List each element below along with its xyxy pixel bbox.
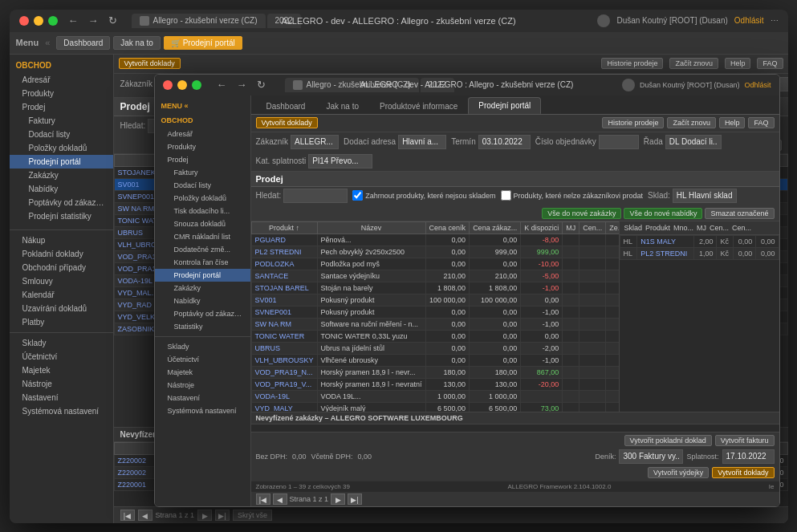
sw-sidebar-systemoveNastaveni[interactable]: Systémová nastavení [155, 404, 250, 417]
first-page-button[interactable]: |◀ [120, 510, 135, 521]
minimize-button[interactable] [34, 16, 43, 26]
jakNato-button[interactable]: Jak na to [113, 36, 161, 50]
sidebar-item-adresar[interactable]: Adresář [10, 73, 113, 87]
sw-prev-page-button[interactable]: ◀ [273, 493, 287, 505]
sw-tab-jakNato[interactable]: Jak na to [315, 98, 369, 114]
faq-button[interactable]: FAQ [757, 58, 783, 69]
sw-zakaznik-input[interactable] [291, 135, 339, 149]
sw-zahrnout-checkbox-label[interactable]: Zahrnout produkty, které nejsou skladem [352, 190, 495, 201]
sidebar-item-majetek[interactable]: Majetek [10, 363, 113, 377]
sidebar-item-prodejniStatistiky[interactable]: Prodejní statistiky [10, 209, 113, 223]
sidebar-item-uzaviraniDokladu[interactable]: Uzavírání dokladů [10, 302, 113, 315]
logout-button[interactable]: Odhlásit [734, 16, 764, 25]
sw-sidebar-ucetnictvi[interactable]: Účetnictví [155, 353, 250, 366]
sidebar-item-zakazky[interactable]: Zakázky [10, 169, 113, 182]
sw-sidebar-poptavky[interactable]: Poptávky od zákazník [155, 307, 250, 320]
sw-sklad-input[interactable] [673, 189, 737, 203]
sw-table-row[interactable]: VODA-19L [251, 390, 317, 402]
sw-sidebar-prodejniPortal[interactable]: Prodejní portál [155, 269, 250, 282]
sidebar-item-faktury[interactable]: Faktury [10, 114, 113, 128]
sw-table-row[interactable]: SW NA RM [251, 318, 317, 330]
sw-table-row[interactable]: VOD_PRA19_N... [251, 366, 317, 378]
sw-sidebar-item-produkty[interactable]: Produkty [155, 140, 250, 153]
sidebar-item-obchodniPripady[interactable]: Obchodní případy [10, 261, 113, 274]
sw-th-produkt[interactable]: Produkt ↑ [251, 221, 317, 234]
menu-toggle[interactable]: Menu [16, 38, 39, 47]
sw-tab-prodejniPortal[interactable]: Prodejní portál [468, 97, 541, 114]
history-prodeje-button[interactable]: Historie prodeje [601, 58, 663, 69]
sidebar-item-ucetnictvi[interactable]: Účetnictví [10, 350, 113, 363]
sw-sidebar-item-polozky[interactable]: Položky dokladů [155, 192, 250, 205]
sw-zacitZnovu-button[interactable]: Začít znovu [667, 117, 716, 128]
skryt-button[interactable]: Skrýt vše [233, 510, 272, 521]
sw-splatnost-input[interactable] [722, 449, 775, 464]
sw-faq-button[interactable]: FAQ [748, 117, 774, 128]
sw-sidebar-item-adresar[interactable]: Adresář [155, 128, 250, 140]
sw-back-button[interactable]: ← [214, 79, 230, 91]
sidebar-item-prodejniPortal[interactable]: Prodejní portál [10, 155, 113, 169]
sw-smazatOznacene-button[interactable]: Smazat označené [705, 208, 774, 219]
sw-close-button[interactable] [163, 80, 173, 90]
back-button[interactable]: ← [66, 14, 81, 26]
forward-button[interactable]: → [86, 14, 101, 26]
sidebar-item-produkty[interactable]: Produkty [10, 87, 113, 100]
sw-forward-button[interactable]: → [234, 79, 250, 91]
sw-reload-button[interactable]: ↻ [254, 79, 268, 91]
sw-sidebar-item-prodej[interactable]: Prodej [155, 153, 250, 166]
sw-sidebar-nabidky[interactable]: Nabídky [155, 294, 250, 307]
sw-termin-input[interactable] [478, 135, 531, 149]
sw-minimize-button[interactable] [177, 80, 187, 90]
sw-vytDoklady-button2[interactable]: Vytvořit doklady [712, 467, 774, 478]
sw-sidebar-kontrola[interactable]: Kontrola řan číse [155, 256, 250, 269]
vytvorit-doklady-button[interactable]: Vytvořit doklady [119, 58, 181, 69]
sidebar-item-dodaciListy[interactable]: Dodací listy [10, 128, 113, 141]
reload-button[interactable]: ↻ [106, 14, 120, 26]
sw-history-button[interactable]: Historie prodeje [602, 117, 664, 128]
prev-page-button[interactable]: ◀ [138, 510, 152, 521]
sidebar-item-smlouvy[interactable]: Smlouvy [10, 274, 113, 288]
sw-logout-button[interactable]: Odhlásit [744, 81, 771, 89]
last-page-button[interactable]: ▶| [215, 510, 230, 521]
sw-th-cen[interactable]: Cen... [579, 221, 606, 234]
sw-table-row[interactable]: VYD_MALY [251, 402, 317, 412]
sw-help-button[interactable]: Help [719, 117, 746, 128]
sw-vytvorit-button[interactable]: Vytvořit doklady [256, 117, 318, 128]
sw-table-row[interactable]: PGUARD [251, 234, 317, 246]
sw-dodaciAdresa-input[interactable] [398, 135, 446, 149]
close-button[interactable] [19, 16, 29, 26]
sw-zahrnout-checkbox[interactable] [352, 190, 363, 201]
sw-sidebar-tisk[interactable]: Tisk dodacího li... [155, 205, 250, 217]
next-page-button[interactable]: ▶ [197, 510, 212, 521]
dashboard-button[interactable]: Dashboard [56, 36, 110, 50]
sw-sidebar-header-menu[interactable]: Menu « [155, 99, 250, 113]
sw-table-row[interactable]: SANTACE [251, 270, 317, 282]
more-options-icon[interactable]: ⋯ [771, 16, 779, 25]
sw-th-nazev[interactable]: Název [317, 221, 425, 234]
sw-hledat-input[interactable] [283, 189, 348, 203]
sw-sidebar-sklady[interactable]: Sklady [155, 340, 250, 353]
sidebar-item-prodej[interactable]: Prodej [10, 100, 113, 114]
sidebar-header-obchod[interactable]: Obchod [10, 58, 113, 73]
sw-vytFakturu-button[interactable]: Vytvořit fakturu [715, 435, 775, 446]
maximize-button[interactable] [48, 16, 58, 26]
sw-th-mj[interactable]: MJ [563, 221, 579, 234]
sidebar-item-poptavky[interactable]: Poptávky od zákazník [10, 196, 113, 209]
sw-denik-input[interactable] [619, 449, 683, 464]
sw-sidebar-nastaveni[interactable]: Nastavení [155, 392, 250, 404]
help-button[interactable]: Help [725, 58, 751, 69]
sw-table-row[interactable]: PL2 STREDNI [251, 246, 317, 258]
sidebar-item-nastaveni[interactable]: Nastavení [10, 391, 113, 404]
sw-nelze-checkbox-label[interactable]: Produkty, které nelze zákazníkovi prodat [501, 190, 643, 201]
sw-table-row[interactable]: VLH_UBROUSKY [251, 354, 317, 366]
sw-table-row[interactable]: STOJAN BAREL [251, 282, 317, 294]
sidebar-item-nakup[interactable]: Nákup [10, 234, 113, 247]
sw-th-ze[interactable]: Ze... [606, 221, 619, 234]
sw-cisloObjednavky-input[interactable] [599, 135, 639, 149]
sw-sidebar-statistiky[interactable]: Statistiky [155, 320, 250, 333]
sw-tab-dashboard[interactable]: Dashboard [256, 98, 316, 114]
sw-sidebar-dodatecne[interactable]: Dodatečné změ... [155, 243, 250, 256]
zacit-znovu-button[interactable]: Začít znovu [669, 58, 718, 69]
sw-tab-produktoveInformace[interactable]: Produktové informace [369, 98, 468, 114]
sw-th-cenaZakaz[interactable]: Cena zákaz... [470, 221, 521, 234]
sidebar-item-nastroje[interactable]: Nástroje [10, 377, 113, 391]
